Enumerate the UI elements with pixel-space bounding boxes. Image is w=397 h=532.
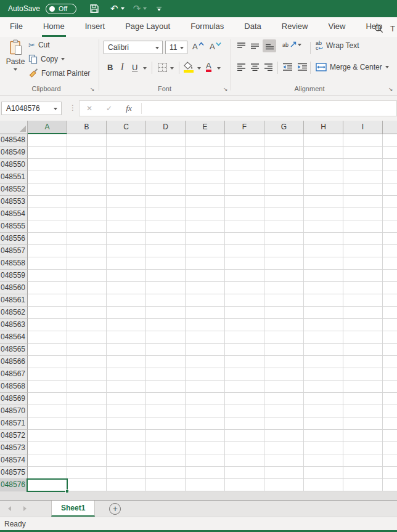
fill-color-button[interactable] <box>184 62 194 70</box>
cell[interactable] <box>343 417 383 430</box>
cell[interactable] <box>28 417 67 430</box>
cell-partial[interactable] <box>383 368 397 381</box>
cell[interactable] <box>225 467 264 479</box>
cell[interactable] <box>264 208 304 220</box>
cell[interactable] <box>146 171 186 183</box>
cell[interactable] <box>28 405 67 417</box>
ribbon-tab-view[interactable]: View <box>327 22 346 37</box>
cell[interactable] <box>225 331 264 344</box>
cell[interactable] <box>67 393 107 405</box>
row-header-048574[interactable]: 048574 <box>0 454 28 467</box>
cell[interactable] <box>304 245 343 257</box>
cell[interactable] <box>225 307 264 319</box>
cell[interactable] <box>107 220 146 233</box>
cell[interactable] <box>225 454 264 467</box>
cell[interactable] <box>107 381 146 393</box>
cell-partial[interactable] <box>383 282 397 294</box>
cell[interactable] <box>107 479 146 491</box>
cell-partial[interactable] <box>383 417 397 430</box>
cell[interactable] <box>186 307 225 319</box>
cell[interactable] <box>107 270 146 282</box>
cell[interactable] <box>264 393 304 405</box>
cell-partial[interactable] <box>383 245 397 257</box>
cell[interactable] <box>304 270 343 282</box>
cell[interactable] <box>186 159 225 171</box>
cell[interactable] <box>343 381 383 393</box>
row-header-048556[interactable]: 048556 <box>0 233 28 245</box>
cell-partial[interactable] <box>383 467 397 479</box>
cell[interactable] <box>304 257 343 270</box>
cell[interactable] <box>67 134 107 147</box>
cell[interactable] <box>146 245 186 257</box>
row-header-048565[interactable]: 048565 <box>0 344 28 356</box>
cell[interactable] <box>343 430 383 442</box>
cell[interactable] <box>304 417 343 430</box>
cell[interactable] <box>304 430 343 442</box>
cell[interactable] <box>225 159 264 171</box>
cell[interactable] <box>304 208 343 220</box>
row-header-048564[interactable]: 048564 <box>0 331 28 344</box>
cell[interactable] <box>225 442 264 454</box>
row-header-048549[interactable]: 048549 <box>0 147 28 159</box>
cell[interactable] <box>225 245 264 257</box>
cell[interactable] <box>225 393 264 405</box>
cell[interactable] <box>146 159 186 171</box>
cell[interactable] <box>107 307 146 319</box>
cell[interactable] <box>28 344 67 356</box>
cell-partial[interactable] <box>383 442 397 454</box>
selected-cell[interactable] <box>27 478 68 492</box>
cell[interactable] <box>186 393 225 405</box>
cell-partial[interactable] <box>383 381 397 393</box>
ribbon-tab-insert[interactable]: Insert <box>84 22 107 37</box>
row-header-048559[interactable]: 048559 <box>0 270 28 282</box>
cell[interactable] <box>264 319 304 331</box>
row-header-048575[interactable]: 048575 <box>0 467 28 479</box>
cell[interactable] <box>264 183 304 196</box>
cell[interactable] <box>107 134 146 147</box>
cell[interactable] <box>225 134 264 147</box>
cell[interactable] <box>225 270 264 282</box>
underline-button[interactable]: U <box>132 63 137 72</box>
row-header-048551[interactable]: 048551 <box>0 171 28 183</box>
insert-function-icon[interactable]: fx <box>119 103 139 113</box>
cell-partial[interactable] <box>383 147 397 159</box>
cell[interactable] <box>107 430 146 442</box>
cell[interactable] <box>28 467 67 479</box>
cell[interactable] <box>343 208 383 220</box>
cell[interactable] <box>67 196 107 208</box>
merge-center-button[interactable]: Merge & Center <box>316 63 389 71</box>
cell[interactable] <box>146 356 186 368</box>
cell[interactable] <box>304 147 343 159</box>
cell[interactable] <box>186 270 225 282</box>
decrease-indent-button[interactable] <box>282 63 293 71</box>
cell[interactable] <box>225 196 264 208</box>
cell[interactable] <box>304 331 343 344</box>
cell[interactable] <box>107 356 146 368</box>
font-color-button[interactable]: A <box>206 61 211 70</box>
cell[interactable] <box>186 147 225 159</box>
cell[interactable] <box>146 368 186 381</box>
cell[interactable] <box>343 257 383 270</box>
cell[interactable] <box>304 134 343 147</box>
formula-input[interactable] <box>144 101 396 116</box>
row-header-048563[interactable]: 048563 <box>0 319 28 331</box>
cell[interactable] <box>186 183 225 196</box>
cut-button[interactable]: ✂ Cut <box>28 41 50 49</box>
enter-icon[interactable]: ✓ <box>99 104 119 113</box>
decrease-font-button[interactable]: A <box>210 42 221 51</box>
cell[interactable] <box>186 245 225 257</box>
cell[interactable] <box>107 196 146 208</box>
cell[interactable] <box>146 257 186 270</box>
row-header-048568[interactable]: 048568 <box>0 381 28 393</box>
cell[interactable] <box>28 368 67 381</box>
row-header-048573[interactable]: 048573 <box>0 442 28 454</box>
row-header-048562[interactable]: 048562 <box>0 307 28 319</box>
align-bottom-button[interactable] <box>263 39 276 52</box>
cell[interactable] <box>304 233 343 245</box>
column-header-a[interactable]: A <box>28 121 67 134</box>
row-header-048569[interactable]: 048569 <box>0 393 28 405</box>
cell[interactable] <box>264 467 304 479</box>
cell[interactable] <box>304 368 343 381</box>
cell[interactable] <box>343 183 383 196</box>
cell[interactable] <box>186 282 225 294</box>
